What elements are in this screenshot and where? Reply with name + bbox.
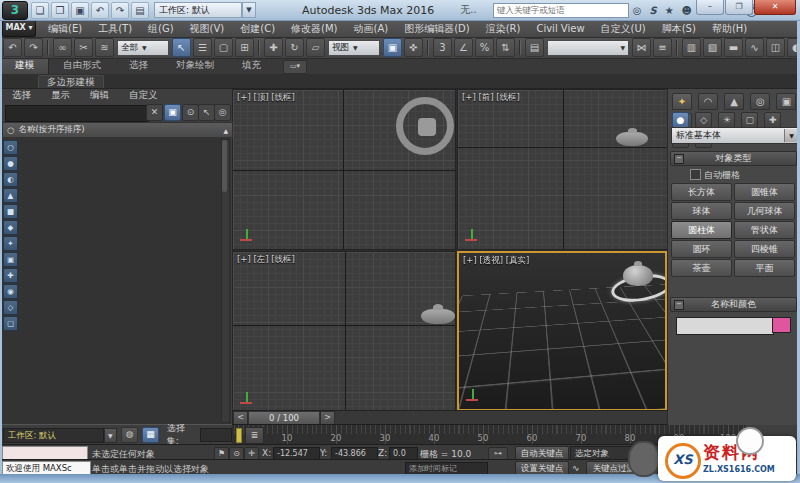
- reference-coordinate-dropdown[interactable]: 视图▼: [328, 40, 380, 56]
- snaps-toggle-icon[interactable]: 3: [433, 38, 452, 57]
- explorer-menu-select[interactable]: 选择: [2, 89, 41, 102]
- viewport-front-label[interactable]: [+] [前] [线框]: [462, 92, 520, 104]
- select-and-move-icon[interactable]: ✚: [264, 38, 283, 57]
- selection-filter-dropdown[interactable]: 全部▼: [117, 40, 169, 56]
- select-and-manipulate-icon[interactable]: ✜: [404, 38, 423, 57]
- selection-region-icon[interactable]: ▢: [214, 38, 233, 57]
- name-color-rollout[interactable]: − 名称和颜色: [670, 297, 797, 312]
- geosphere-button[interactable]: 几何球体: [734, 202, 795, 220]
- select-by-name-icon[interactable]: ☰: [193, 38, 212, 57]
- bind-to-space-warp-icon[interactable]: ≋: [95, 38, 114, 57]
- angle-snap-icon[interactable]: ∠: [454, 38, 473, 57]
- explorer-menu-customize[interactable]: 自定义: [119, 89, 168, 102]
- ribbon-tab-selection[interactable]: 选择: [115, 57, 162, 74]
- teapot-button[interactable]: 茶壶: [671, 259, 732, 277]
- filter-helpers-icon[interactable]: ■: [3, 204, 18, 219]
- shapes-subtab-icon[interactable]: ◇: [695, 112, 712, 128]
- workspace-dropdown-arrow[interactable]: ▼: [242, 2, 256, 18]
- workspace-dropdown[interactable]: 工作区: 默认: [154, 2, 242, 18]
- mirror-icon[interactable]: ⋈: [632, 38, 651, 57]
- menu-graph-editors[interactable]: 图形编辑器(D): [396, 21, 478, 37]
- align-icon[interactable]: ≡: [653, 38, 672, 57]
- object-color-swatch[interactable]: [772, 317, 791, 333]
- helpers-subtab-icon[interactable]: ✚: [764, 112, 781, 128]
- time-slider-handle[interactable]: 0 / 100: [248, 411, 320, 425]
- app-logo-button[interactable]: 3: [2, 1, 28, 20]
- tube-button[interactable]: 管状体: [734, 221, 795, 239]
- user-icon[interactable]: ☻: [682, 5, 692, 16]
- save-file-icon[interactable]: ▣: [71, 2, 89, 19]
- unlink-selection-icon[interactable]: ✂: [74, 38, 93, 57]
- edit-named-sets-icon[interactable]: ▤: [525, 38, 544, 57]
- minimize-button[interactable]: –: [696, 0, 724, 15]
- menu-create[interactable]: 创建(C): [232, 21, 283, 37]
- isolate-selection-icon[interactable]: ◍: [121, 427, 138, 443]
- a360-icon[interactable]: S: [649, 5, 656, 16]
- viewport-top-label[interactable]: [+] [顶] [线框]: [237, 92, 295, 104]
- ribbon-options-icon[interactable]: ▭▾: [283, 60, 307, 74]
- mini-curve-editor-button[interactable]: ≣: [245, 427, 264, 444]
- explorer-search-input[interactable]: [5, 105, 149, 122]
- cone-button[interactable]: 圆锥体: [734, 183, 795, 201]
- menu-civil-view[interactable]: Civil View: [528, 21, 592, 37]
- lock-icon[interactable]: ⊙: [182, 104, 199, 121]
- window-crossing-icon[interactable]: ⊞: [235, 38, 254, 57]
- viewport-left-label[interactable]: [+] [左] [线框]: [237, 254, 295, 266]
- plane-button[interactable]: 平面: [734, 259, 795, 277]
- favorites-star-icon[interactable]: ★: [665, 5, 674, 16]
- open-file-icon[interactable]: ❐: [51, 2, 69, 19]
- filter-bones-icon[interactable]: ✚: [3, 268, 18, 283]
- pick-parent-icon[interactable]: ↖: [198, 104, 215, 121]
- menu-modifiers[interactable]: 修改器(M): [283, 21, 345, 37]
- filter-groups-icon[interactable]: ✦: [3, 236, 18, 251]
- select-and-scale-icon[interactable]: ▱: [306, 38, 325, 57]
- filter-materials-icon[interactable]: ◇: [3, 300, 18, 315]
- ribbon-tab-freeform[interactable]: 自由形式: [49, 57, 115, 74]
- advanced-search-icon[interactable]: ◎: [214, 104, 231, 121]
- geometry-subtab-icon[interactable]: ●: [672, 112, 689, 128]
- filter-spacewarps-icon[interactable]: ◆: [3, 220, 18, 235]
- filter-shapes-icon[interactable]: ●: [3, 156, 18, 171]
- previous-frame-button[interactable]: <: [233, 411, 248, 425]
- collapse-icon[interactable]: −: [674, 300, 684, 310]
- spinner-snap-icon[interactable]: ⇅: [496, 38, 515, 57]
- explorer-object-list[interactable]: ○ ● ◐ ▲ ■ ◆ ✦ ▣ ✚ ◉ ◇ ▢: [2, 137, 231, 424]
- explorer-name-column-header[interactable]: ○ 名称(按升序排序) ▲: [2, 122, 233, 138]
- object-name-field[interactable]: [676, 317, 774, 335]
- key-wave-icon[interactable]: ∿: [572, 463, 580, 473]
- menu-views[interactable]: 视图(V): [182, 21, 233, 37]
- explorer-menu-display[interactable]: 显示: [41, 89, 80, 102]
- scene-explorer-toggle-icon[interactable]: ▥: [682, 38, 701, 57]
- geometry-category-dropdown[interactable]: 标准基本体▼: [671, 127, 799, 144]
- explorer-menu-edit[interactable]: 编辑: [80, 89, 119, 102]
- new-scene-icon[interactable]: ❏: [31, 2, 49, 19]
- torus-button[interactable]: 圆环: [671, 240, 732, 258]
- redo-icon[interactable]: ↷: [24, 38, 43, 57]
- explorer-scrollbar-thumb[interactable]: [222, 140, 227, 192]
- filter-objects-icon[interactable]: ▢: [3, 316, 18, 331]
- use-pivot-center-icon[interactable]: ▣: [383, 38, 402, 57]
- curve-editor-icon[interactable]: ∿: [745, 38, 764, 57]
- menu-rendering[interactable]: 渲染(R): [478, 21, 529, 37]
- undo-icon[interactable]: ↶: [3, 38, 22, 57]
- search-icon[interactable]: ◎: [633, 5, 642, 16]
- cylinder-button[interactable]: 圆柱体: [671, 221, 732, 239]
- sort-ascending-icon[interactable]: ▲: [223, 127, 228, 134]
- select-and-rotate-icon[interactable]: ↻: [285, 38, 304, 57]
- maximize-button[interactable]: ❐: [725, 0, 753, 15]
- schematic-view-icon[interactable]: ◫: [766, 38, 785, 57]
- filter-containers-icon[interactable]: ◉: [3, 284, 18, 299]
- ribbon-toggle-icon[interactable]: ▬: [724, 38, 743, 57]
- viewport-perspective[interactable]: [+] [透视] [真实]: [457, 251, 667, 411]
- menu-animation[interactable]: 动画(A): [346, 21, 397, 37]
- ribbon-tab-populate[interactable]: 填充: [228, 57, 275, 74]
- redo-icon[interactable]: ↷: [111, 2, 129, 19]
- auto-key-button[interactable]: 自动关键点: [515, 446, 569, 460]
- layer-explorer-toggle-icon[interactable]: ▧: [703, 38, 722, 57]
- viewport-left[interactable]: [+] [左] [线框]: [232, 251, 456, 413]
- selection-lock-icon[interactable]: ▦: [142, 427, 159, 443]
- ribbon-tab-object-paint[interactable]: 对象绘制: [162, 57, 228, 74]
- menu-edit[interactable]: 编辑(E): [40, 21, 90, 37]
- lights-subtab-icon[interactable]: ☀: [718, 112, 735, 128]
- select-and-link-icon[interactable]: ∞: [53, 38, 72, 57]
